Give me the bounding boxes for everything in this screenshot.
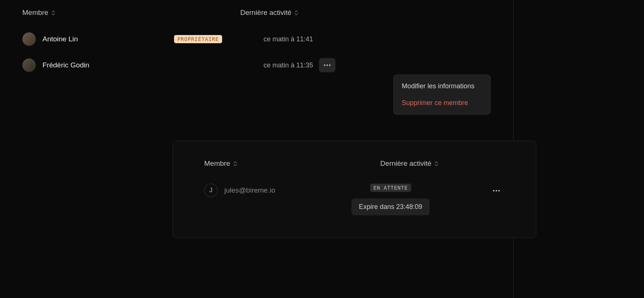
row-actions-menu: Modifier les informations Supprimer ce m…	[393, 74, 491, 115]
member-name: Frédéric Godin	[42, 61, 89, 69]
pending-invites-card: Membre Dernière activité J jule	[173, 141, 536, 238]
svg-point-2	[329, 64, 331, 66]
sort-icon	[435, 161, 438, 166]
column-header-activity-label: Dernière activité	[380, 159, 431, 168]
owner-badge: PROPRIÉTAIRE	[174, 35, 222, 43]
table-row: J jules@bireme.io EN ATTENTE Expire dans…	[204, 180, 505, 215]
column-header-member-label: Membre	[204, 159, 230, 168]
svg-point-0	[324, 64, 325, 66]
column-header-member-label: Membre	[22, 9, 48, 17]
activity-cell: ce matin à 11:35	[231, 61, 313, 69]
column-header-activity[interactable]: Dernière activité	[380, 159, 438, 168]
svg-point-1	[326, 64, 328, 66]
avatar-pending: J	[204, 184, 218, 197]
table-row: Antoine Lin PROPRIÉTAIRE ce matin à 11:4…	[22, 26, 491, 52]
avatar-initial: J	[209, 187, 212, 194]
sort-icon	[51, 10, 55, 15]
svg-point-5	[498, 190, 500, 191]
column-header-member[interactable]: Membre	[22, 9, 55, 17]
svg-point-4	[496, 190, 497, 191]
column-header-activity-label: Dernière activité	[240, 9, 291, 17]
member-name: Antoine Lin	[42, 35, 78, 43]
member-email: jules@bireme.io	[224, 186, 275, 194]
sort-icon	[294, 10, 298, 15]
status-badge: EN ATTENTE	[370, 184, 411, 192]
menu-remove-member[interactable]: Supprimer ce membre	[394, 95, 490, 111]
more-options-button[interactable]	[488, 184, 505, 198]
more-options-button[interactable]	[319, 58, 335, 72]
sort-icon	[233, 161, 237, 166]
activity-cell: ce matin à 11:41	[231, 35, 313, 43]
svg-point-3	[493, 190, 495, 191]
avatar	[22, 58, 36, 72]
more-horizontal-icon	[493, 190, 500, 192]
column-header-activity[interactable]: Dernière activité	[240, 9, 298, 17]
avatar	[22, 32, 36, 46]
table-row: Frédéric Godin ce matin à 11:35 Modifier…	[22, 52, 491, 78]
table-headers: Membre Dernière activité	[22, 4, 491, 22]
more-horizontal-icon	[323, 64, 331, 66]
menu-edit-info[interactable]: Modifier les informations	[394, 78, 490, 95]
expire-countdown: Expire dans 23:48:09	[351, 199, 430, 215]
column-header-member[interactable]: Membre	[204, 159, 237, 168]
table-headers: Membre Dernière activité	[204, 155, 505, 172]
